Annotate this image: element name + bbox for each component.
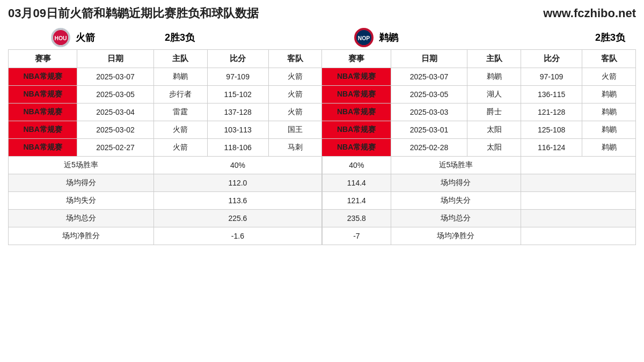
page-title: 03月09日前火箭和鹈鹕近期比赛胜负和球队数据 xyxy=(8,5,259,21)
right-team-name: 鹈鹕 xyxy=(379,31,398,44)
left-away-1: 火箭 xyxy=(268,86,322,104)
svg-text:HOU: HOU xyxy=(55,35,67,41)
right-score-1: 136-115 xyxy=(521,86,582,104)
right-stat-value-mid-2: 121.4 xyxy=(322,192,391,210)
col-score-right: 比分 xyxy=(521,50,582,68)
main-stats-table: 赛事 日期 主队 比分 客队 赛事 日期 主队 比分 客队 NBA常规赛 202… xyxy=(8,49,636,245)
left-away-2: 火箭 xyxy=(268,104,322,121)
left-stat-label-0: 近5场胜率 xyxy=(9,157,154,174)
col-date-right: 日期 xyxy=(391,50,467,68)
right-away-3: 鹈鹕 xyxy=(582,121,636,139)
left-team-name: 火箭 xyxy=(76,31,95,44)
right-stat-label-2: 场均失分 xyxy=(391,192,521,210)
col-score-left: 比分 xyxy=(207,50,268,68)
left-stat-value-1: 112.0 xyxy=(153,174,322,192)
right-stat-label-4: 场均净胜分 xyxy=(391,227,521,245)
right-home-3: 太阳 xyxy=(467,121,521,139)
left-stat-value-0: 40% xyxy=(153,157,322,174)
right-stat-label-0: 近5场胜率 xyxy=(391,157,521,174)
right-team-record: 2胜3负 xyxy=(595,31,636,44)
right-stat-value-mid-1: 114.4 xyxy=(322,174,391,192)
table-row: NBA常规赛 2025-02-27 火箭 118-106 马刺 NBA常规赛 2… xyxy=(9,139,636,157)
right-stat-value-mid-0: 40% xyxy=(322,157,391,174)
right-event-4: NBA常规赛 xyxy=(322,139,391,157)
left-stat-label-3: 场均总分 xyxy=(9,210,154,227)
right-stat-value-3 xyxy=(521,210,636,227)
table-row: NBA常规赛 2025-03-05 步行者 115-102 火箭 NBA常规赛 … xyxy=(9,86,636,104)
left-score-0: 97-109 xyxy=(207,68,268,86)
left-home-2: 雷霆 xyxy=(153,104,207,121)
right-score-2: 121-128 xyxy=(521,104,582,121)
col-event-left: 赛事 xyxy=(9,50,77,68)
right-date-2: 2025-03-03 xyxy=(391,104,467,121)
col-home-right: 主队 xyxy=(467,50,521,68)
col-away-left: 客队 xyxy=(268,50,322,68)
left-stat-value-2: 113.6 xyxy=(153,192,322,210)
right-event-1: NBA常规赛 xyxy=(322,86,391,104)
right-away-4: 鹈鹕 xyxy=(582,139,636,157)
left-home-0: 鹈鹕 xyxy=(153,68,207,86)
right-home-2: 爵士 xyxy=(467,104,521,121)
right-away-0: 火箭 xyxy=(582,68,636,86)
right-stat-label-1: 场均得分 xyxy=(391,174,521,192)
table-row: NBA常规赛 2025-03-07 鹈鹕 97-109 火箭 NBA常规赛 20… xyxy=(9,68,636,86)
left-date-3: 2025-03-02 xyxy=(77,121,154,139)
right-stat-value-mid-3: 235.8 xyxy=(322,210,391,227)
right-home-1: 湖人 xyxy=(467,86,521,104)
left-score-3: 103-113 xyxy=(207,121,268,139)
svg-text:NOP: NOP xyxy=(358,35,370,41)
stat-row-avg-lost: 场均失分 113.6 121.4 场均失分 xyxy=(9,192,636,210)
right-event-3: NBA常规赛 xyxy=(322,121,391,139)
right-date-3: 2025-03-01 xyxy=(391,121,467,139)
right-date-1: 2025-03-05 xyxy=(391,86,467,104)
right-away-1: 鹈鹕 xyxy=(582,86,636,104)
left-team-record: 2胜3负 xyxy=(165,31,200,44)
left-event-2: NBA常规赛 xyxy=(9,104,77,121)
left-date-0: 2025-03-07 xyxy=(77,68,154,86)
left-event-1: NBA常规赛 xyxy=(9,86,77,104)
team-logo-nop: NOP xyxy=(354,28,374,47)
right-date-4: 2025-02-28 xyxy=(391,139,467,157)
right-score-3: 125-108 xyxy=(521,121,582,139)
left-home-1: 步行者 xyxy=(153,86,207,104)
right-score-0: 97-109 xyxy=(521,68,582,86)
left-date-4: 2025-02-27 xyxy=(77,139,154,157)
left-event-4: NBA常规赛 xyxy=(9,139,77,157)
left-date-2: 2025-03-04 xyxy=(77,104,154,121)
stat-row-avg-score: 场均得分 112.0 114.4 场均得分 xyxy=(9,174,636,192)
website-url: www.fczhibo.net xyxy=(543,6,636,20)
left-event-3: NBA常规赛 xyxy=(9,121,77,139)
col-away-right: 客队 xyxy=(582,50,636,68)
table-row: NBA常规赛 2025-03-02 火箭 103-113 国王 NBA常规赛 2… xyxy=(9,121,636,139)
right-home-4: 太阳 xyxy=(467,139,521,157)
left-date-1: 2025-03-05 xyxy=(77,86,154,104)
right-date-0: 2025-03-07 xyxy=(391,68,467,86)
col-event-right: 赛事 xyxy=(322,50,391,68)
left-stat-value-4: -1.6 xyxy=(153,227,322,245)
left-home-4: 火箭 xyxy=(153,139,207,157)
left-stat-label-1: 场均得分 xyxy=(9,174,154,192)
stat-row-win-rate: 近5场胜率 40% 40% 近5场胜率 xyxy=(9,157,636,174)
right-away-2: 鹈鹕 xyxy=(582,104,636,121)
left-stat-label-2: 场均失分 xyxy=(9,192,154,210)
team-logo-hou: HOU xyxy=(51,28,70,47)
table-row: NBA常规赛 2025-03-04 雷霆 137-128 火箭 NBA常规赛 2… xyxy=(9,104,636,121)
left-score-2: 137-128 xyxy=(207,104,268,121)
right-stat-value-1 xyxy=(521,174,636,192)
left-away-4: 马刺 xyxy=(268,139,322,157)
left-home-3: 火箭 xyxy=(153,121,207,139)
left-away-0: 火箭 xyxy=(268,68,322,86)
left-score-1: 115-102 xyxy=(207,86,268,104)
left-event-0: NBA常规赛 xyxy=(9,68,77,86)
col-home-left: 主队 xyxy=(153,50,207,68)
col-date-left: 日期 xyxy=(77,50,154,68)
right-event-0: NBA常规赛 xyxy=(322,68,391,86)
right-stat-value-mid-4: -7 xyxy=(322,227,391,245)
left-score-4: 118-106 xyxy=(207,139,268,157)
right-stat-value-4 xyxy=(521,227,636,245)
right-stat-value-2 xyxy=(521,192,636,210)
stat-row-avg-total: 场均总分 225.6 235.8 场均总分 xyxy=(9,210,636,227)
stat-row-avg-net: 场均净胜分 -1.6 -7 场均净胜分 xyxy=(9,227,636,245)
right-home-0: 鹈鹕 xyxy=(467,68,521,86)
right-score-4: 116-124 xyxy=(521,139,582,157)
